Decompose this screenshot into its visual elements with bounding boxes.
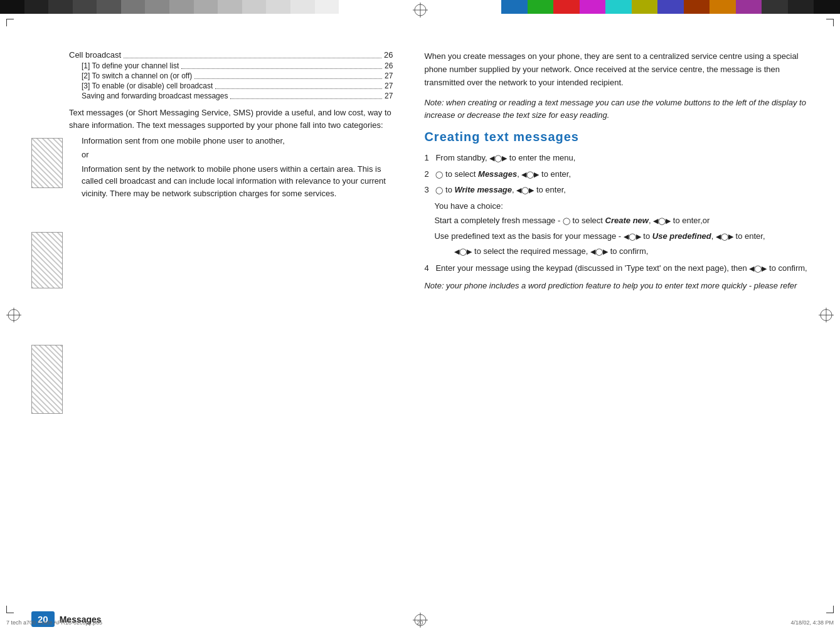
reg-mark-left <box>6 308 21 325</box>
step-4: 4 Enter your message using the keypad (d… <box>424 262 809 275</box>
color-block <box>315 0 339 14</box>
sub-choice-1: Start a completely fresh message ‑ ◯ to … <box>434 214 809 227</box>
toc-item-define-channel: [1] To define your channel list 26 <box>82 61 393 70</box>
side-image-3 <box>31 345 63 414</box>
toc-item-switch-channel: [2] To switch a channel on (or off) 27 <box>82 71 393 80</box>
top-bar-right <box>501 0 840 14</box>
color-block <box>145 0 169 14</box>
toc-item-cell-broadcast: Cell broadcast 26 <box>69 50 393 60</box>
color-block <box>788 0 814 14</box>
color-block <box>528 0 554 14</box>
side-image-1 <box>31 138 63 188</box>
toc-dots <box>181 68 382 69</box>
you-have-choice: You have a choice: <box>434 200 809 213</box>
toc-dots <box>194 78 382 79</box>
crop-mark-tr <box>826 19 834 26</box>
right-column: When you create messages on your phone, … <box>418 50 809 594</box>
section-title-creating-text-messages: Creating text messages <box>424 130 809 144</box>
color-block <box>242 0 267 14</box>
step-text: ◯ to select Messages, ◀◯▶ to enter, <box>435 168 809 181</box>
color-block <box>73 0 97 14</box>
step-number: 2 <box>424 168 435 181</box>
step-text: ◯ to Write message, ◀◯▶ to enter, <box>435 184 809 196</box>
footer: 20 Messages 7 tech a700 Guide APR18-02co… <box>0 598 840 632</box>
color-block <box>762 0 788 14</box>
reg-mark-top <box>413 3 428 19</box>
color-block <box>194 0 218 14</box>
crop-mark-tl <box>6 19 14 26</box>
left-or: or <box>82 150 393 159</box>
step-text: From standby, ◀◯▶ to enter the menu, <box>435 152 809 164</box>
left-column: Cell broadcast 26 [1] To define your cha… <box>31 50 393 594</box>
note-1: Note: when creating or reading a text me… <box>424 97 809 121</box>
color-block <box>121 0 146 14</box>
toc-page: 27 <box>385 82 393 90</box>
toc-label: Saving and forwarding broadcast messages <box>82 92 228 100</box>
side-image-2 <box>31 232 63 288</box>
color-block <box>97 0 121 14</box>
sub-choice-2: Use predefined text as the basis for you… <box>434 230 809 243</box>
step-number: 1 <box>424 152 435 164</box>
color-block <box>553 0 580 14</box>
color-block <box>169 0 194 14</box>
step-1: 1 From standby, ◀◯▶ to enter the menu, <box>424 152 809 164</box>
sub-choice-3: ◀◯▶ to select the required message, ◀◯▶ … <box>454 245 809 258</box>
color-block <box>605 0 632 14</box>
note-2: Note: your phone includes a word predict… <box>424 280 809 292</box>
color-block <box>24 0 49 14</box>
toc-item-saving-forwarding: Saving and forwarding broadcast messages… <box>82 92 393 100</box>
color-block <box>684 0 710 14</box>
color-block <box>657 0 684 14</box>
color-block <box>266 0 290 14</box>
color-block <box>48 0 73 14</box>
footer-file-left: 7 tech a700 Guide APR18-02copy.p65 <box>6 619 102 626</box>
toc-label: [1] To define your channel list <box>82 61 179 70</box>
toc-item-enable-broadcast: [3] To enable (or disable) cell broadcas… <box>82 82 393 90</box>
toc-page: 26 <box>385 61 393 70</box>
color-block <box>0 0 24 14</box>
color-block <box>736 0 762 14</box>
toc-label: [2] To switch a channel on (or off) <box>82 71 192 80</box>
left-item-1: Information sent from one mobile phone u… <box>82 135 393 147</box>
color-block <box>814 0 840 14</box>
step-4-list: 4 Enter your message using the keypad (d… <box>424 262 809 275</box>
color-block <box>632 0 658 14</box>
steps-list: 1 From standby, ◀◯▶ to enter the menu, 2… <box>424 152 809 196</box>
toc-section: Cell broadcast 26 [1] To define your cha… <box>69 50 393 100</box>
toc-page: 26 <box>384 50 393 60</box>
color-block <box>218 0 242 14</box>
reg-mark-right <box>819 308 834 325</box>
page-content: Cell broadcast 26 [1] To define your cha… <box>31 50 809 594</box>
step-number: 4 <box>424 262 435 275</box>
left-body-intro: Text messages (or Short Messaging Servic… <box>69 107 393 131</box>
toc-page: 27 <box>385 92 393 100</box>
top-bar-left <box>0 0 339 14</box>
step-number: 3 <box>424 184 435 196</box>
color-block <box>580 0 606 14</box>
toc-page: 27 <box>385 71 393 80</box>
color-block <box>710 0 736 14</box>
step-3: 3 ◯ to Write message, ◀◯▶ to enter, <box>424 184 809 196</box>
footer-timestamp: 4/18/02, 4:38 PM <box>790 619 834 626</box>
toc-dots <box>230 98 382 99</box>
toc-label: [3] To enable (or disable) cell broadcas… <box>82 82 213 90</box>
toc-dots <box>124 58 381 58</box>
left-item-2: Information sent by the network to mobil… <box>82 163 393 200</box>
color-block <box>290 0 315 14</box>
toc-dots <box>215 88 382 89</box>
right-intro-text: When you create messages on your phone, … <box>424 50 809 89</box>
step-2: 2 ◯ to select Messages, ◀◯▶ to enter, <box>424 168 809 181</box>
toc-label: Cell broadcast <box>69 50 121 60</box>
footer-page-center: 20 <box>417 619 423 626</box>
step-text: Enter your message using the keypad (dis… <box>435 262 809 275</box>
color-block <box>501 0 528 14</box>
